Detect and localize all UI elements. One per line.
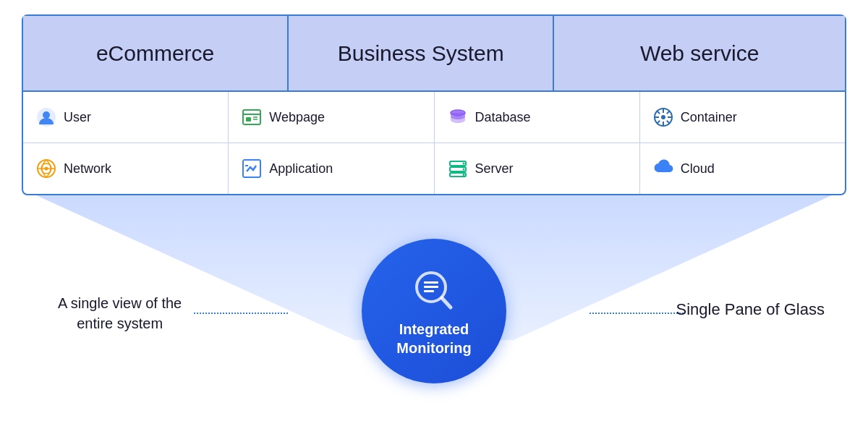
- header-webservice: Web service: [554, 16, 845, 90]
- cloud-label: Cloud: [681, 161, 715, 177]
- svg-point-28: [462, 163, 464, 165]
- items-section: User Webpage: [23, 92, 845, 194]
- right-text: Single Pane of Glass: [676, 300, 825, 319]
- items-row-2: Network Application: [23, 143, 845, 194]
- business-label: Business System: [338, 41, 504, 66]
- svg-point-10: [661, 115, 665, 119]
- top-section: eCommerce Business System Web service Us…: [22, 14, 846, 195]
- dotted-line-left: [194, 313, 288, 314]
- server-icon: [448, 158, 468, 179]
- header-business: Business System: [289, 16, 554, 90]
- container-label: Container: [681, 110, 737, 125]
- svg-line-16: [667, 121, 670, 124]
- cloud-icon: [653, 158, 673, 179]
- right-text-label: Single Pane of Glass: [676, 300, 825, 318]
- headers-row: eCommerce Business System Web service: [23, 16, 845, 92]
- item-database: Database: [435, 92, 640, 143]
- webpage-icon: [242, 107, 262, 127]
- header-ecommerce: eCommerce: [23, 16, 289, 90]
- item-cloud: Cloud: [640, 143, 845, 194]
- svg-point-29: [462, 169, 464, 171]
- svg-rect-34: [424, 290, 434, 292]
- user-icon: [36, 107, 56, 127]
- item-container: Container: [640, 92, 845, 143]
- network-label: Network: [64, 161, 111, 177]
- circle-line1: Integrated: [396, 320, 471, 339]
- svg-rect-32: [424, 281, 438, 284]
- circle-text: Integrated Monitoring: [396, 320, 471, 357]
- user-label: User: [64, 110, 91, 125]
- svg-line-18: [657, 121, 660, 124]
- server-label: Server: [475, 161, 514, 177]
- webservice-label: Web service: [640, 41, 760, 66]
- ecommerce-label: eCommerce: [96, 41, 214, 66]
- application-label: Application: [269, 161, 333, 177]
- svg-point-30: [462, 174, 464, 176]
- item-webpage: Webpage: [229, 92, 434, 143]
- svg-rect-2: [243, 110, 260, 124]
- dotted-line-right: [590, 313, 684, 314]
- svg-line-35: [442, 298, 451, 307]
- svg-rect-4: [246, 117, 251, 122]
- svg-line-15: [657, 111, 660, 114]
- left-text-line2: entire system: [58, 313, 182, 334]
- database-icon: [448, 107, 468, 127]
- database-label: Database: [475, 110, 531, 125]
- svg-point-1: [43, 111, 50, 119]
- webpage-label: Webpage: [269, 110, 325, 125]
- network-icon: [36, 158, 56, 179]
- items-row-1: User Webpage: [23, 92, 845, 143]
- application-icon: [242, 158, 262, 179]
- container-icon: [653, 107, 673, 127]
- item-server: Server: [435, 143, 640, 194]
- left-text-line1: A single view of the: [58, 293, 182, 313]
- item-application: Application: [229, 143, 434, 194]
- svg-rect-33: [424, 286, 438, 288]
- monitoring-icon: [409, 265, 459, 315]
- left-text: A single view of the entire system: [58, 293, 182, 334]
- svg-line-17: [667, 111, 670, 114]
- item-network: Network: [23, 143, 229, 194]
- circle-line2: Monitoring: [396, 339, 471, 357]
- item-user: User: [23, 92, 229, 143]
- integrated-monitoring-circle: Integrated Monitoring: [362, 239, 506, 383]
